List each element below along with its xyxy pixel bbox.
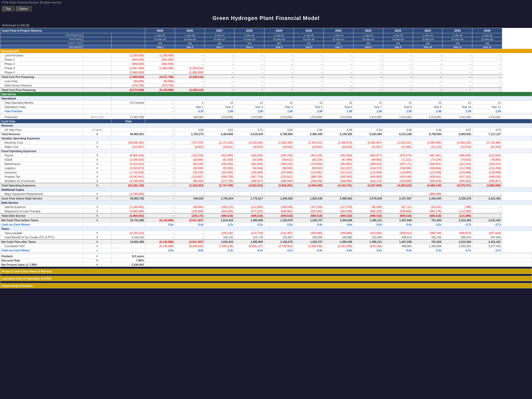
yr-2036: 2036: [472, 28, 502, 33]
op-months-total: 172 months: [111, 101, 145, 105]
npv-row: Net Present Value @ 7,98% $ 3,294,942: [0, 263, 532, 267]
payroll-row: Payroll $ (6,906,104) – (133,333) (410,0…: [0, 153, 532, 157]
debt-reserve-label: Debt Service Reserve: [0, 83, 83, 88]
land-purchase-total: (1,250,000): [111, 53, 145, 57]
development-header: Development: [0, 49, 532, 53]
interest-row: Interest Expense $ (1,189,402) – (84,804…: [0, 205, 532, 209]
operations-label: Operations: [0, 92, 532, 96]
insurance-row: Insurance $ (1,726,526) – (33,333) (102,…: [0, 170, 532, 174]
phase1-label: Phase 1: [0, 57, 83, 62]
total-revenue-row: Total Revenue $ 94,965,921 – 1,765,273 5…: [0, 132, 532, 136]
yr-2026: 2026: [175, 28, 205, 33]
yr-2035: 2035: [443, 28, 472, 33]
revenue-header: Revenue: [0, 123, 532, 128]
phase1-row: Phase 1 (655,000) (655,000) – – – – – – …: [0, 57, 532, 62]
year-fraction-label: Year Fraction: [0, 109, 83, 113]
yr-2028: 2028: [234, 28, 264, 33]
operations-section-header: Operations: [0, 92, 532, 96]
lcoh-label: Levelized Cost of Hydrogen (LCOH): [0, 276, 532, 281]
home-button[interactable]: Home: [16, 6, 32, 11]
supporting-header: Supporting Schedules: [0, 283, 532, 288]
var-ops-header: Variable Operating Expenses: [0, 136, 532, 140]
maintenance-row: Maintenance $ (4,316,315) – (83,333) (25…: [0, 162, 532, 166]
debt-service-header: Debt Service: [0, 201, 532, 205]
coc-return2-row: Cash-on-Cash Return x 0,0x 0,0x 0,3x 0,3…: [0, 248, 532, 252]
top-bar: Profit Vision Financial Services. All ri…: [0, 0, 532, 13]
yr-2033: 2033: [383, 28, 413, 33]
major-equip-row: Major Equipment Replacement $ (1,700,000…: [0, 192, 532, 196]
taxes-header: Taxes: [0, 227, 532, 231]
production-unit: kg H2 / year: [83, 115, 111, 119]
sga-row: SG&A $ (1,035,916) – (20,000) (61,500) (…: [0, 157, 532, 162]
property-tax-row: Property Tax $ (6,042,841) – (116,667) (…: [0, 174, 532, 179]
total-post-financing-row: Total Cost Post Financing (8,373,300) (5…: [0, 88, 532, 92]
debt-reserve-row: Debt Service Reserve (479,700) (479,700)…: [0, 83, 532, 88]
yr-2027: 2027: [205, 28, 234, 33]
cumulative-row: Cumulative NCF % (5,145,086) (8,056,553)…: [0, 244, 532, 248]
project-level-label: Project Level Cash Flows & Returns: [0, 269, 532, 274]
period-row: Year Period Year 1 Year 2 Year 3 Year 4 …: [0, 45, 532, 49]
loan-fees-label: Loan Fees: [0, 79, 83, 83]
cashflow-label: Cash Flow: [0, 119, 112, 123]
development-label: Development: [0, 49, 532, 53]
yr-2029: 2029: [264, 28, 294, 33]
payback-row: Payback # 9,0 years: [0, 254, 532, 258]
h2-price-row: H2 Sale Price $ / kg H2 – 3,50 3,61 3,71…: [0, 128, 532, 132]
cf-returns-label: Cash Flow & Project Returns: [0, 28, 145, 33]
total-pre-financing-row: Total Cost Pre Financing (7,800,000) (4,…: [0, 74, 532, 79]
yr-2034: 2034: [413, 28, 443, 33]
op-years-row: Operations Years – Year 1 Year 2 Year 3 …: [0, 105, 532, 109]
op-months-label: Total Operating Months: [0, 101, 83, 105]
yr-2030: 2030: [294, 28, 324, 33]
royalties-row: Royalties (% of revenue) $ (4,748,296) –…: [0, 179, 532, 183]
tax-credits-row: Cash Benefit of Tax Credits (ITC & PTC) …: [0, 235, 532, 240]
cashflow-returns-header: Cash Flow & Project Returns 2025 2026 20…: [0, 28, 532, 33]
days-row: Days in Year 365 365 365 366 365 365 365…: [0, 41, 532, 45]
land-purchase-label: Land Purchase: [0, 53, 83, 57]
phase2-row: Phase 2 (982,500) (982,500) – – – – – – …: [0, 62, 532, 66]
loan-fees-row: Loan Fees (93,600) (93,600) – – – – – – …: [0, 79, 532, 83]
logistics-row: Logistics $ (1,553,873) – (30,000) (92,2…: [0, 166, 532, 170]
taxes-payable-row: Taxes payable $ (5,220,210) – – (105,142…: [0, 231, 532, 235]
phase3-row: Phase 3 (2,947,500) (1,684,286) (1,263,2…: [0, 66, 532, 70]
phase4-label: Phase 4: [0, 70, 83, 75]
supporting-label: Supporting Schedules: [0, 283, 532, 288]
total-pre-label: Total Cost Pre Financing: [0, 74, 83, 79]
land-purchase-row: Land Purchase (1,250,000) (1,250,000) – …: [0, 53, 532, 57]
ncf-before-tax-row: Net Cash Flow before Taxes $ 15,741,080 …: [0, 218, 532, 222]
ncf-after-tax-row: Net Cash Flow after Taxes $ 14,683,386 (…: [0, 239, 532, 244]
yr-2025: 2025: [145, 28, 175, 33]
loan-repay-row: Repayment of Loan Principal $ (4,680,000…: [0, 209, 532, 214]
year-ending-row: Year Ending 31-Dec-25 31-Dec-26 31-Dec-2…: [0, 37, 532, 41]
electricity-row: Electricity Cost $ (36,638,781) – (707,3…: [0, 140, 532, 145]
coc-return1-row: Cash-on-Cash Return 0,0x 0,0x 0,3x 0,3x …: [0, 222, 532, 227]
lcoh-header: Levelized Cost of Hydrogen (LCOH): [0, 276, 532, 281]
fixed-ops-header: Fixed Operating Expenses: [0, 149, 532, 153]
water-row: Water Cost $ (313,487) – (6,052) (18,611…: [0, 145, 532, 149]
add-capex-header: Additional Capex: [0, 188, 532, 192]
phase4-row: Phase 4 (1,965,000) – (1,965,000) – – – …: [0, 70, 532, 75]
total-debt-row: Total Debt Service $ (5,869,402) – (230,…: [0, 213, 532, 218]
top-button[interactable]: Top: [2, 6, 15, 11]
yr-2031: 2031: [324, 28, 354, 33]
total-opex-row: Total Operating Expenses $ (63,282,139) …: [0, 183, 532, 188]
year-beginning-row: Year Beginning 1-Jan-25 1-Jan-26 1-Jan-2…: [0, 33, 532, 37]
op-months-row: Total Operating Months 172 months – 4 12…: [0, 101, 532, 105]
operations-sub-header: Operations: [0, 96, 532, 101]
phase3-label: Phase 3: [0, 66, 83, 70]
phase2-label: Phase 2: [0, 62, 83, 66]
cashflow-section-header: Cash Flow Total: [0, 119, 532, 123]
op-years-label: Operations Years: [0, 105, 83, 109]
company-text: Profit Vision Financial Services. All ri…: [2, 1, 62, 4]
production-row: Production kg H2 / year 21,687,636 – 504…: [0, 115, 532, 119]
yr-2032: 2032: [353, 28, 383, 33]
year-fraction-row: Year Fraction – 0,33 1,00 1,00 1,00 1,00…: [0, 109, 532, 113]
cf-before-debt-row: Cash Flow before Debt Service $ 29,983,7…: [0, 196, 532, 201]
discount-rate-row: Discount Rate % 7,98%: [0, 258, 532, 263]
currency-note: All Amounts in USD ($): [0, 23, 532, 28]
page-title: Green Hydrogen Plant Financial Model: [0, 13, 532, 23]
production-label: Production: [0, 115, 83, 119]
project-level-header: Project Level Cash Flows & Returns: [0, 269, 532, 274]
total-post-label: Total Cost Post Financing: [0, 88, 83, 92]
